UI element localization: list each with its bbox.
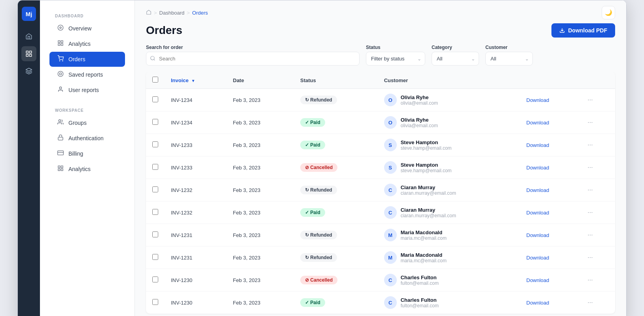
more-button[interactable]: ···: [586, 141, 594, 149]
more-button[interactable]: ···: [586, 164, 594, 171]
customer-name: Ciaran Murray: [401, 207, 456, 213]
breadcrumb-orders: Orders: [192, 10, 208, 16]
page-title: Orders: [146, 24, 182, 37]
customer-cell: C Charles Fulton fulton@email.com: [384, 274, 514, 286]
more-button[interactable]: ···: [586, 299, 594, 306]
invoice-number: INV-1233: [171, 142, 192, 148]
customer-select[interactable]: All: [485, 52, 533, 66]
customer-name: Charles Fulton: [401, 297, 439, 303]
download-link[interactable]: Download: [527, 165, 549, 171]
billing-icon: [57, 150, 64, 158]
breadcrumb: > Dashboard > Orders: [146, 9, 208, 16]
header-status: Status: [294, 72, 378, 89]
more-button[interactable]: ···: [586, 231, 594, 239]
svg-point-14: [59, 73, 61, 75]
more-button[interactable]: ···: [586, 186, 594, 194]
customer-label: Customer: [485, 45, 533, 50]
svg-rect-17: [58, 137, 63, 140]
search-input[interactable]: [146, 52, 360, 66]
header-customer: Customer: [378, 72, 615, 89]
more-button[interactable]: ···: [586, 96, 594, 103]
status-select[interactable]: Filter by status Paid Refunded Cancelled: [366, 52, 425, 66]
row-checkbox[interactable]: [152, 186, 158, 192]
breadcrumb-dashboard[interactable]: Dashboard: [159, 10, 185, 16]
overview-icon: [57, 24, 64, 32]
row-checkbox[interactable]: [152, 254, 158, 260]
header-invoice[interactable]: Invoice ▼: [165, 72, 227, 89]
customer-info: Charles Fulton fulton@email.com: [401, 275, 439, 286]
topbar-right: 🌙: [602, 6, 615, 19]
table-container: Invoice ▼ Date Status Customer INV-1234F…: [135, 72, 626, 316]
sidebar-item-analytics[interactable]: Analytics: [49, 36, 125, 51]
download-link[interactable]: Download: [527, 187, 549, 193]
sidebar: DASHBOARD Overview Analytics Orders: [40, 0, 135, 316]
sidebar-item-analytics-ws[interactable]: Analytics: [49, 162, 125, 177]
dark-mode-toggle[interactable]: 🌙: [602, 6, 615, 19]
row-checkbox[interactable]: [152, 119, 158, 125]
customer-cell: C Ciaran Murray ciaran.murray@email.com: [384, 184, 514, 196]
search-label: Search for order: [146, 45, 360, 50]
sidebar-item-orders[interactable]: Orders: [49, 52, 125, 67]
svg-rect-1: [30, 51, 32, 53]
download-link[interactable]: Download: [527, 232, 549, 238]
svg-point-16: [59, 120, 61, 122]
svg-line-26: [154, 59, 155, 60]
row-checkbox[interactable]: [152, 164, 158, 170]
download-pdf-button[interactable]: Download PDF: [551, 23, 615, 38]
row-checkbox[interactable]: [152, 231, 158, 237]
sidebar-item-saved-reports[interactable]: Saved reports: [49, 67, 125, 82]
row-date: Feb 3, 2023: [227, 292, 294, 314]
sidebar-item-label: Groups: [68, 120, 87, 126]
download-link[interactable]: Download: [527, 277, 549, 283]
row-checkbox[interactable]: [152, 209, 158, 215]
download-link[interactable]: Download: [527, 142, 549, 148]
svg-rect-3: [26, 55, 28, 56]
user-reports-icon: [57, 86, 64, 94]
invoice-number: INV-1234: [171, 120, 192, 126]
sidebar-item-authentication[interactable]: Authentication: [49, 131, 125, 146]
analytics-ws-icon: [57, 165, 64, 173]
row-checkbox[interactable]: [152, 299, 158, 305]
download-link[interactable]: Download: [527, 97, 549, 103]
svg-point-6: [60, 27, 61, 28]
groups-icon: [57, 119, 64, 127]
logo-mark[interactable]: Mj: [22, 7, 36, 21]
sidebar-item-user-reports[interactable]: User reports: [49, 83, 125, 98]
breadcrumb-sep1: >: [154, 10, 157, 16]
customer-email: steve.hamp@email.com: [401, 168, 452, 173]
dashboard-label: DASHBOARD: [46, 7, 128, 21]
table-row: INV-1232Feb 3, 2023↻ Refunded C Ciaran M…: [146, 179, 615, 201]
category-select[interactable]: All: [432, 52, 479, 66]
header-checkbox-col: [146, 72, 165, 89]
status-filter-group: Status Filter by status Paid Refunded Ca…: [366, 45, 425, 66]
nav-icon-layers[interactable]: [21, 64, 36, 79]
customer-info: Ciaran Murray ciaran.murray@email.com: [401, 184, 456, 196]
sidebar-item-groups[interactable]: Groups: [49, 115, 125, 130]
invoice-number: INV-1231: [171, 232, 192, 238]
customer-email: fulton@email.com: [401, 303, 439, 308]
download-link[interactable]: Download: [527, 120, 549, 126]
customer-name: Ciaran Murray: [401, 184, 456, 190]
download-link[interactable]: Download: [527, 300, 549, 306]
more-button[interactable]: ···: [586, 276, 594, 284]
status-badge: ↻ Refunded: [300, 96, 337, 104]
sidebar-item-billing[interactable]: Billing: [49, 146, 125, 161]
more-button[interactable]: ···: [586, 119, 594, 126]
svg-point-5: [58, 25, 63, 30]
download-link[interactable]: Download: [527, 210, 549, 216]
row-checkbox[interactable]: [152, 96, 158, 102]
download-link[interactable]: Download: [527, 255, 549, 261]
sidebar-item-label: Saved reports: [68, 71, 103, 78]
customer-cell: C Ciaran Murray ciaran.murray@email.com: [384, 206, 514, 219]
sidebar-item-overview[interactable]: Overview: [49, 21, 125, 36]
header-checkbox[interactable]: [152, 77, 158, 83]
more-button[interactable]: ···: [586, 209, 594, 216]
nav-icon-grid[interactable]: [21, 46, 36, 61]
row-checkbox[interactable]: [152, 141, 158, 147]
sidebar-item-label: Orders: [68, 56, 85, 62]
row-checkbox[interactable]: [152, 276, 158, 282]
nav-icon-home[interactable]: [21, 29, 36, 44]
topbar: > Dashboard > Orders 🌙: [135, 0, 626, 19]
invoice-number: INV-1230: [171, 277, 192, 283]
more-button[interactable]: ···: [586, 254, 594, 261]
